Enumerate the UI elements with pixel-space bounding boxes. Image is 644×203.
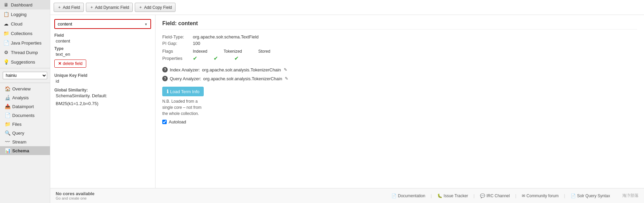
- query-analyzer-label: Query Analyzer:: [170, 76, 201, 81]
- query-analyzer-help-icon[interactable]: ?: [162, 76, 168, 81]
- sidebar-item-schema[interactable]: 📊 Schema: [0, 146, 50, 155]
- query-analyzer-edit-icon[interactable]: ✎: [284, 76, 289, 81]
- sidebar-item-label: Analysis: [12, 95, 29, 100]
- add-field-label: Add Field: [63, 5, 80, 10]
- sidebar-item-label: Java Properties: [11, 40, 41, 46]
- irc-channel-link[interactable]: 💬 IRC Channel: [480, 193, 510, 198]
- load-term-info-button[interactable]: ℹ Load Term Info: [162, 87, 204, 96]
- properties-row: Properties ✔ ✔ ✔: [162, 55, 637, 62]
- check-stored-icon: ✔: [234, 55, 239, 62]
- flag-tokenized: Tokenized: [224, 49, 242, 54]
- sidebar-item-collections[interactable]: 📁 Collections: [0, 29, 50, 38]
- query-analyzer-value: org.apache.solr.analysis.TokenizerChain: [203, 76, 282, 81]
- load-term-section: ℹ Load Term Info N.B. Loaded from a sing…: [162, 87, 637, 124]
- delete-field-button[interactable]: ✕ delete field: [54, 60, 86, 68]
- flag-stored: Stored: [258, 49, 270, 54]
- sidebar-item-suggestions[interactable]: 💡 Suggestions: [0, 57, 50, 67]
- sidebar-item-stream[interactable]: 〰 Stream: [0, 137, 50, 146]
- pi-gap-row: PI Gap: 100: [162, 41, 637, 46]
- sidebar-item-label: Logging: [11, 12, 26, 17]
- left-panel: content ▼ Field content Type text_en ✕ d…: [50, 15, 155, 188]
- collections-icon: 📁: [3, 31, 9, 36]
- community-forum-label: Community forum: [527, 193, 559, 198]
- core-selector[interactable]: hainiu: [3, 72, 47, 79]
- field-selector-wrap: content ▼: [54, 19, 151, 29]
- field-selector[interactable]: content: [55, 20, 150, 28]
- java-properties-icon: 📄: [3, 40, 9, 46]
- add-dynamic-field-button[interactable]: ＋ Add Dynamic Field: [86, 3, 133, 12]
- global-similarity-label: Global Similarity:: [54, 88, 151, 92]
- delete-label: delete field: [63, 61, 82, 66]
- prop-tokenized-check: ✔: [214, 55, 218, 62]
- sidebar-divider: [0, 68, 50, 68]
- properties-checks: ✔ ✔ ✔: [193, 55, 239, 62]
- issue-tracker-icon: 🐛: [437, 193, 442, 198]
- add-copy-field-button[interactable]: ＋ Add Copy Field: [135, 3, 176, 12]
- dashboard-icon: 🖥: [3, 2, 9, 7]
- sidebar-item-label: Documents: [12, 113, 35, 118]
- sidebar-item-label: Overview: [12, 86, 31, 91]
- logging-icon: 📋: [3, 12, 9, 17]
- content-area: ＋ Add Field ＋ Add Dynamic Field ＋ Add Co…: [50, 0, 644, 203]
- footer-left: No cores available Go and create one: [56, 191, 94, 200]
- solr-query-syntax-link[interactable]: 📄 Solr Query Syntax: [571, 193, 610, 198]
- sidebar-item-cloud[interactable]: ☁ Cloud: [0, 19, 50, 29]
- sidebar-item-documents[interactable]: 📄 Documents: [0, 111, 50, 120]
- type-label: Type: [54, 46, 151, 51]
- irc-channel-icon: 💬: [480, 193, 485, 198]
- overview-icon: 🏠: [5, 86, 10, 91]
- flags-columns: Indexed Tokenized Stored: [193, 49, 270, 54]
- core-selector-wrap: hainiu: [0, 70, 50, 81]
- sidebar-top-section: 🖥 Dashboard 📋 Logging ☁ Cloud 📁 Collecti…: [0, 0, 50, 67]
- global-similarity-value: SchemaSimilarity. Default:: [54, 93, 151, 98]
- sidebar-item-java-properties[interactable]: 📄 Java Properties: [0, 38, 50, 48]
- field-info-table: Field-Type: org.apache.solr.schema.TextF…: [162, 34, 637, 62]
- add-field-button[interactable]: ＋ Add Field: [54, 3, 84, 12]
- sidebar-item-label: Dataimport: [12, 104, 34, 109]
- sidebar-item-label: Suggestions: [11, 60, 35, 65]
- sidebar-item-label: Dashboard: [11, 2, 33, 7]
- brand-label: 海汴部落: [622, 193, 639, 199]
- issue-tracker-label: Issue Tracker: [444, 193, 468, 198]
- query-analyzer-row: ? Query Analyzer: org.apache.solr.analys…: [162, 76, 637, 81]
- analysis-icon: 🔬: [5, 95, 10, 100]
- autoload-label: Autoload: [169, 119, 186, 124]
- documentation-link[interactable]: 📄 Documentation: [391, 193, 425, 198]
- dataimport-icon: 📥: [5, 104, 10, 109]
- field-type-label: Field-Type:: [162, 34, 193, 39]
- sidebar-item-logging[interactable]: 📋 Logging: [0, 10, 50, 19]
- field-type-row: Field-Type: org.apache.solr.schema.TextF…: [162, 34, 637, 39]
- sidebar-item-label: Schema: [12, 148, 29, 153]
- sidebar-item-dashboard[interactable]: 🖥 Dashboard: [0, 0, 50, 10]
- properties-label: Properties: [162, 56, 193, 61]
- prop-indexed-check: ✔: [193, 55, 197, 62]
- index-analyzer-edit-icon[interactable]: ✎: [283, 67, 288, 72]
- flag-indexed: Indexed: [193, 49, 207, 54]
- issue-tracker-link[interactable]: 🐛 Issue Tracker: [437, 193, 468, 198]
- autoload-checkbox[interactable]: [162, 120, 167, 124]
- flags-header-row: Flags Indexed Tokenized Stored: [162, 49, 637, 54]
- global-similarity-section: Global Similarity: SchemaSimilarity. Def…: [54, 88, 151, 106]
- sidebar-item-analysis[interactable]: 🔬 Analysis: [0, 93, 50, 102]
- unique-key-label: Unique Key Field: [54, 73, 151, 78]
- sidebar-item-label: Query: [12, 131, 24, 136]
- flag-tokenized-label: Tokenized: [224, 49, 242, 54]
- sidebar-item-overview[interactable]: 🏠 Overview: [0, 84, 50, 93]
- irc-channel-label: IRC Channel: [486, 193, 510, 198]
- check-indexed-icon: ✔: [193, 55, 197, 62]
- schema-icon: 📊: [5, 148, 10, 153]
- sidebar-item-query[interactable]: 🔍 Query: [0, 129, 50, 137]
- add-field-icon: ＋: [57, 4, 61, 10]
- sidebar-item-thread-dump[interactable]: ⚙ Thread Dump: [0, 48, 50, 57]
- flag-indexed-label: Indexed: [193, 49, 207, 54]
- stream-icon: 〰: [5, 139, 10, 145]
- sidebar-item-files[interactable]: 📁 Files: [0, 120, 50, 129]
- sidebar-item-label: Cloud: [11, 21, 22, 27]
- info-icon: ℹ: [167, 89, 168, 94]
- field-title: Field: content: [162, 20, 637, 30]
- index-analyzer-row: ? Index Analyzer: org.apache.solr.analys…: [162, 67, 637, 72]
- sidebar-item-dataimport[interactable]: 📥 Dataimport: [0, 102, 50, 111]
- documentation-label: Documentation: [398, 193, 425, 198]
- index-analyzer-help-icon[interactable]: ?: [162, 67, 168, 72]
- community-forum-link[interactable]: ✉ Community forum: [522, 193, 559, 198]
